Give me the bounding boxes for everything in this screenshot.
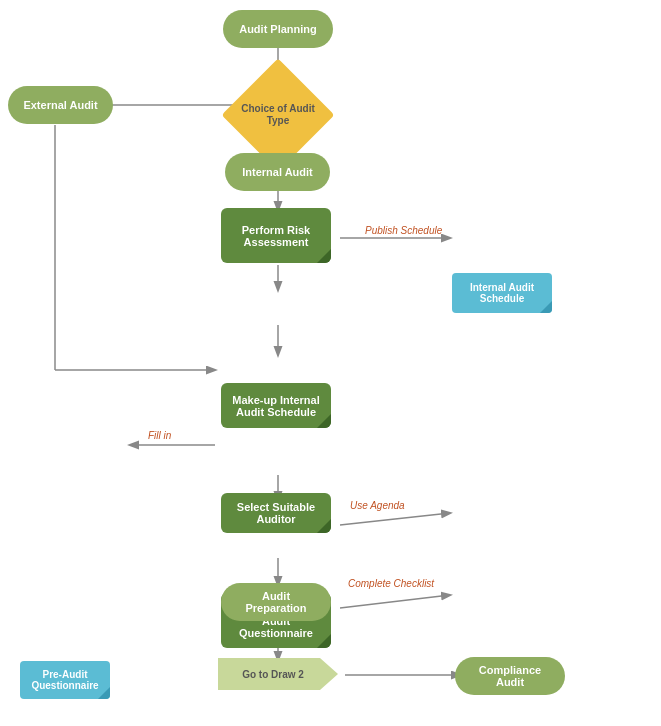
makeup-internal-node: Make-up Internal Audit Schedule <box>221 383 331 428</box>
go-to-draw2-node: Go to Draw 2 <box>218 658 338 690</box>
external-audit-label: External Audit <box>23 99 97 111</box>
complete-checklist-label: Complete Checklist <box>348 578 434 589</box>
compliance-audit-node: Compliance Audit <box>455 657 565 695</box>
external-audit-node: External Audit <box>8 86 113 124</box>
flowchart: Audit Planning Choice of Audit Type Exte… <box>0 0 661 726</box>
svg-line-14 <box>340 595 450 608</box>
compliance-audit-label: Compliance Audit <box>467 664 553 688</box>
svg-line-12 <box>340 513 450 525</box>
internal-audit-schedule-label: Internal Audit Schedule <box>460 282 544 304</box>
use-agenda-label: Use Agenda <box>350 500 405 511</box>
select-suitable-label: Select Suitable Auditor <box>229 501 323 525</box>
audit-preparation-label: Audit Preparation <box>231 590 321 614</box>
perform-risk-node: Perform Risk Assessment <box>221 208 331 263</box>
select-suitable-node: Select Suitable Auditor <box>221 493 331 533</box>
audit-planning-label: Audit Planning <box>239 23 317 35</box>
audit-preparation-node: Audit Preparation <box>221 583 331 621</box>
audit-planning-node: Audit Planning <box>223 10 333 48</box>
choice-audit-type-label: Choice of Audit Type <box>238 103 318 127</box>
internal-audit-schedule-node: Internal Audit Schedule <box>452 273 552 313</box>
go-to-draw2-label: Go to Draw 2 <box>242 669 304 680</box>
internal-audit-node: Internal Audit <box>225 153 330 191</box>
perform-risk-label: Perform Risk Assessment <box>229 224 323 248</box>
makeup-internal-label: Make-up Internal Audit Schedule <box>229 394 323 418</box>
pre-audit-questionnaire-node: Pre-Audit Questionnaire <box>20 661 110 699</box>
internal-audit-label: Internal Audit <box>242 166 312 178</box>
publish-schedule-label: Publish Schedule <box>365 225 442 236</box>
fill-in-label: Fill in <box>148 430 171 441</box>
pre-audit-questionnaire-label: Pre-Audit Questionnaire <box>28 669 102 691</box>
